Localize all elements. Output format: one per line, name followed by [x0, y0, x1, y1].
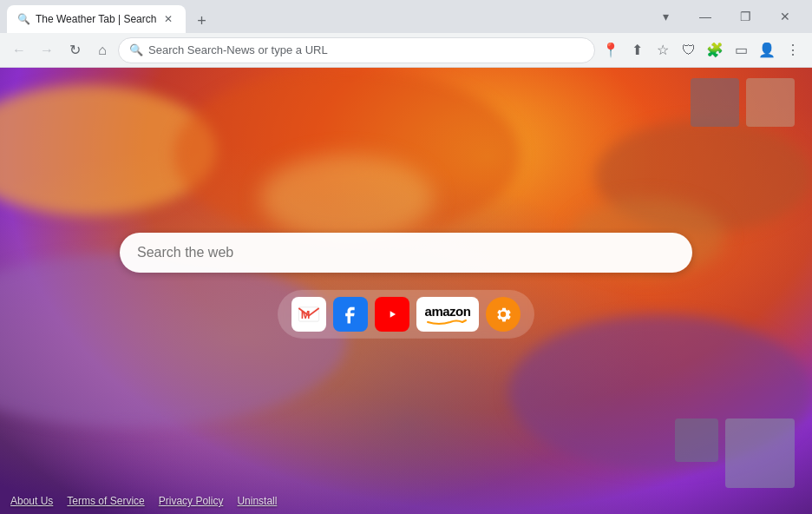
avatar-area: [691, 78, 795, 127]
facebook-shortcut[interactable]: [333, 297, 368, 332]
tab-bar: 🔍 The Weather Tab | Search ✕ +: [7, 0, 645, 33]
avatar-2: [746, 78, 795, 127]
bottom-right-area: [675, 418, 795, 488]
tab-close-button[interactable]: ✕: [161, 12, 175, 26]
settings-shortcut[interactable]: [486, 297, 521, 332]
address-text: Search Search-News or type a URL: [148, 43, 584, 56]
toolbar-actions: 📍 ⬆ ☆ 🛡 🧩 ▭ 👤 ⋮: [599, 38, 805, 63]
active-tab[interactable]: 🔍 The Weather Tab | Search ✕: [7, 5, 186, 33]
close-button[interactable]: ✕: [765, 3, 805, 30]
share-button[interactable]: ⬆: [625, 38, 649, 63]
amazon-shortcut[interactable]: amazon: [416, 297, 479, 332]
tab-search-icon: 🔍: [17, 13, 30, 25]
gmail-shortcut[interactable]: M: [291, 297, 326, 332]
svg-text:M: M: [301, 308, 311, 321]
bookmark-button[interactable]: ☆: [651, 38, 675, 63]
bottom-right-box-2: [725, 418, 795, 488]
tab-title: The Weather Tab | Search: [36, 13, 156, 25]
split-view-button[interactable]: ▭: [729, 38, 753, 63]
avatar-1: [691, 78, 739, 127]
window-controls: ▾ — ❐ ✕: [645, 3, 805, 30]
amazon-text: amazon: [425, 303, 471, 318]
uninstall-link[interactable]: Uninstall: [237, 495, 277, 507]
home-button[interactable]: ⌂: [90, 38, 115, 63]
quick-links-bar: M: [278, 290, 534, 339]
browser-frame: 🔍 The Weather Tab | Search ✕ + ▾ — ❐ ✕ ←…: [0, 0, 812, 514]
reload-button[interactable]: ↻: [62, 38, 87, 63]
address-bar[interactable]: 🔍 Search Search-News or type a URL: [118, 37, 595, 63]
search-box[interactable]: [120, 233, 692, 273]
tab-arrows-button[interactable]: ▾: [645, 3, 685, 30]
search-icon: 🔍: [129, 43, 143, 56]
title-bar: 🔍 The Weather Tab | Search ✕ + ▾ — ❐ ✕: [0, 0, 812, 33]
about-us-link[interactable]: About Us: [10, 495, 53, 507]
youtube-shortcut[interactable]: [375, 297, 409, 332]
new-tab-button[interactable]: +: [189, 9, 213, 33]
toolbar: ← → ↻ ⌂ 🔍 Search Search-News or type a U…: [0, 33, 812, 68]
location-button[interactable]: 📍: [599, 38, 623, 63]
page-content: M: [0, 68, 812, 514]
account-button[interactable]: 👤: [755, 38, 779, 63]
search-input[interactable]: [137, 245, 675, 260]
extensions-button[interactable]: 🧩: [703, 38, 727, 63]
bottom-right-box-1: [675, 418, 718, 462]
search-container: M: [0, 233, 812, 339]
privacy-policy-link[interactable]: Privacy Policy: [159, 495, 224, 507]
cloud-6: [260, 155, 434, 241]
terms-of-service-link[interactable]: Terms of Service: [67, 495, 144, 507]
menu-button[interactable]: ⋮: [781, 38, 805, 63]
forward-button[interactable]: →: [35, 38, 59, 63]
minimize-button[interactable]: —: [685, 3, 725, 30]
gear-icon: [494, 305, 513, 324]
footer: About Us Terms of Service Privacy Policy…: [0, 495, 812, 507]
back-button[interactable]: ←: [7, 38, 31, 63]
shield-button[interactable]: 🛡: [677, 38, 701, 63]
maximize-button[interactable]: ❐: [725, 3, 765, 30]
